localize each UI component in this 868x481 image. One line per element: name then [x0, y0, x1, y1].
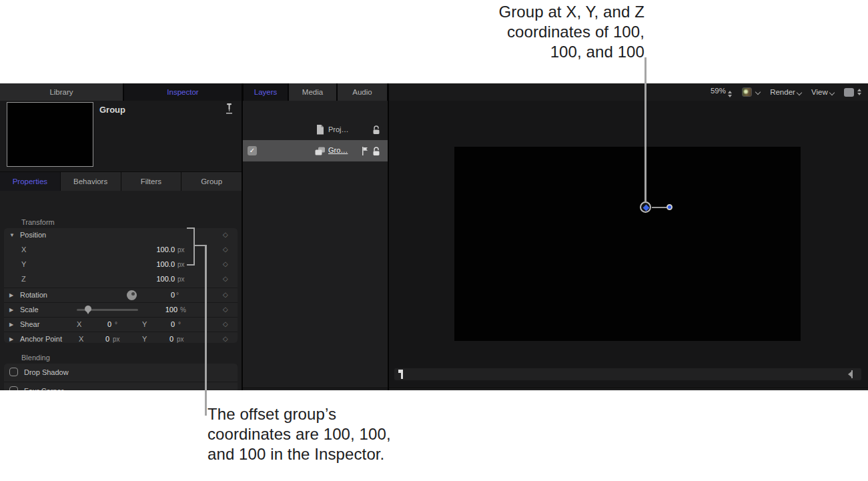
chevron-down-icon: [829, 90, 835, 95]
subtab-filters[interactable]: Filters: [121, 172, 181, 191]
row-anchor-point: ▶ Anchor Point X 0 px Y 0 px ◇: [4, 332, 238, 343]
chevron-down-icon: [797, 90, 802, 95]
shear-x-label: X: [77, 320, 81, 328]
position-y-value[interactable]: 100.0: [156, 260, 175, 268]
disclosure-triangle-icon[interactable]: ▼: [9, 232, 15, 238]
color-channel-control[interactable]: [742, 87, 760, 97]
anchor-point-label: Anchor Point: [20, 335, 62, 343]
subtab-properties[interactable]: Properties: [0, 172, 60, 191]
background-control[interactable]: [844, 88, 861, 97]
callout-top: Group at X, Y, and Z coordinates of 100,…: [498, 2, 644, 62]
shear-x-value[interactable]: 0: [87, 320, 111, 328]
row-drop-shadow: Drop Shadow: [4, 364, 238, 381]
row-position: ▼ Position ◇: [4, 228, 238, 242]
tab-library-label: Library: [49, 88, 73, 96]
drop-shadow-checkbox[interactable]: [9, 368, 18, 376]
position-z-value[interactable]: 100.0: [156, 275, 175, 283]
drop-shadow-label: Drop Shadow: [24, 368, 69, 376]
keyframe-diamond-icon[interactable]: ◇: [223, 306, 228, 313]
layer-row-group[interactable]: ✓ Gro…: [243, 140, 388, 161]
zoom-level-control[interactable]: 59%: [711, 87, 732, 97]
keyframe-diamond-icon[interactable]: ◇: [223, 246, 228, 253]
scale-value[interactable]: 100: [165, 306, 177, 314]
document-icon: [316, 125, 324, 136]
anchor-x-value[interactable]: 0: [84, 335, 109, 343]
timeline-end-marker[interactable]: [851, 370, 853, 378]
layers-bottom-bar: [243, 388, 388, 390]
subtab-group-label: Group: [201, 177, 222, 185]
bracket-vertical: [193, 227, 195, 266]
disclosure-triangle-icon[interactable]: ▶: [9, 307, 13, 313]
rotation-value[interactable]: 0: [171, 291, 175, 299]
shear-y-unit: °: [178, 321, 181, 328]
callout-top-leader-line: [644, 57, 646, 202]
anchor-y-value[interactable]: 0: [148, 335, 173, 343]
callout-bottom: The offset group’s coordinates are 100, …: [207, 404, 391, 464]
scale-unit: %: [180, 306, 186, 314]
disclosure-triangle-icon[interactable]: ▶: [9, 336, 13, 342]
x-axis-handle-line: [652, 207, 667, 208]
y-label: Y: [21, 260, 26, 268]
tab-layers[interactable]: Layers: [244, 83, 288, 101]
unlock-icon[interactable]: [372, 147, 381, 157]
anchor-y-label: Y: [142, 335, 147, 343]
viewer-header: 59% Render View: [389, 83, 868, 101]
tab-library[interactable]: Library: [0, 83, 123, 101]
preview-thumbnail: [7, 102, 93, 167]
four-corner-checkbox[interactable]: [9, 386, 18, 390]
x-label: X: [21, 246, 26, 254]
tab-inspector[interactable]: Inspector: [124, 83, 242, 101]
anchor-x-unit: px: [113, 336, 120, 343]
timeline-end-arrow-icon: [848, 372, 851, 377]
selected-object-name: Group: [99, 105, 125, 115]
rotation-unit: °: [176, 292, 179, 299]
position-x-value[interactable]: 100.0: [156, 246, 175, 254]
layer-visibility-checkbox[interactable]: ✓: [248, 146, 257, 155]
row-scale: ▶ Scale 100 % ◇: [4, 303, 238, 317]
keyframe-diamond-icon[interactable]: ◇: [223, 335, 228, 342]
keyframe-diamond-icon[interactable]: ◇: [223, 231, 228, 238]
blending-section-header: Blending: [21, 354, 50, 362]
keyframe-diamond-icon[interactable]: ◇: [223, 320, 228, 328]
stepper-icon[interactable]: [728, 91, 732, 97]
project-canvas[interactable]: [454, 147, 801, 341]
playhead[interactable]: [401, 370, 403, 379]
mini-timeline[interactable]: [394, 368, 861, 380]
subtab-group[interactable]: Group: [181, 172, 242, 191]
rotation-label: Rotation: [20, 291, 47, 299]
render-menu[interactable]: Render: [770, 88, 801, 96]
view-menu[interactable]: View: [811, 88, 834, 96]
pin-icon[interactable]: [226, 103, 233, 116]
rotation-dial[interactable]: [127, 290, 137, 300]
layer-row-project[interactable]: Proj…: [243, 121, 388, 139]
scale-slider-thumb[interactable]: [85, 306, 92, 312]
subtab-behaviors-label: Behaviors: [73, 177, 107, 185]
tab-audio[interactable]: Audio: [338, 83, 387, 101]
layers-panel: Proj… ✓ Gro…: [243, 101, 388, 390]
keyframe-diamond-icon[interactable]: ◇: [223, 260, 228, 268]
x-axis-handle-dot[interactable]: [667, 204, 673, 210]
row-shear: ▶ Shear X 0 ° Y 0 ° ◇: [4, 318, 238, 332]
callout-bottom-line3: and 100 in the Inspector.: [207, 444, 391, 464]
group-layer-name[interactable]: Gro…: [328, 146, 348, 154]
position-z-unit: px: [177, 276, 185, 283]
disclosure-triangle-icon[interactable]: ▶: [9, 292, 13, 298]
color-swatch-icon: [742, 87, 752, 97]
flag-icon[interactable]: [362, 147, 368, 157]
z-label: Z: [21, 275, 26, 283]
unlock-icon[interactable]: [372, 125, 381, 136]
header-tab-bar: Library Inspector Layers Media Audio 59%…: [0, 83, 868, 101]
row-rotation: ▶ Rotation 0 ° ◇: [4, 288, 238, 302]
disclosure-triangle-icon[interactable]: ▶: [9, 322, 13, 328]
subtab-behaviors[interactable]: Behaviors: [61, 172, 121, 191]
inspector-subtabs: Properties Behaviors Filters Group: [0, 172, 242, 191]
callout-bottom-line2: coordinates are 100, 100,: [207, 424, 391, 444]
keyframe-diamond-icon[interactable]: ◇: [223, 275, 228, 282]
keyframe-diamond-icon[interactable]: ◇: [223, 291, 228, 298]
row-four-corner: Four Corner: [4, 382, 238, 390]
shear-y-value[interactable]: 0: [151, 320, 175, 328]
render-menu-label: Render: [770, 88, 795, 96]
tab-media[interactable]: Media: [289, 83, 336, 101]
group-layers-icon: [315, 147, 326, 157]
inspector-preview-zone: Group: [0, 101, 242, 172]
